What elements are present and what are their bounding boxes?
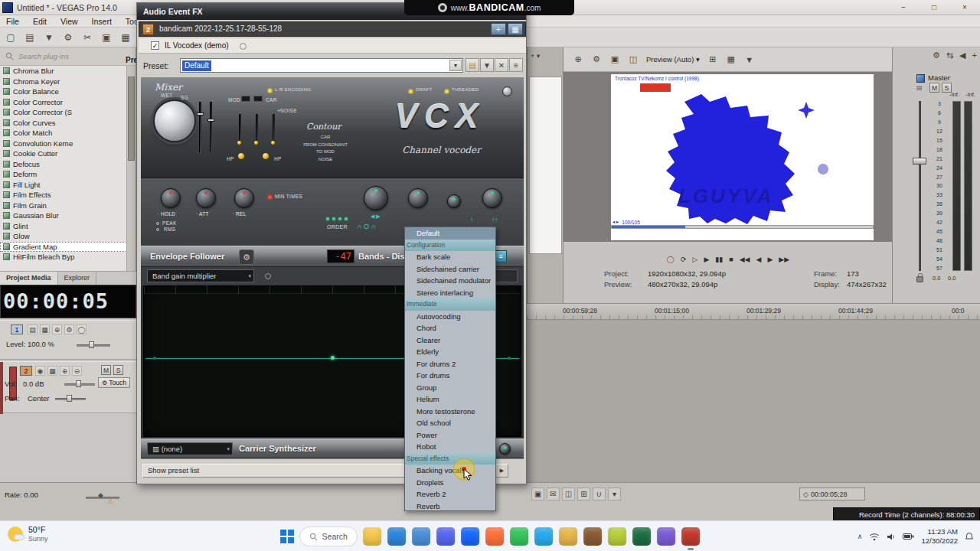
- add-bus-icon[interactable]: +: [972, 51, 977, 60]
- plugin-list-item[interactable]: Chroma Keyer: [0, 77, 127, 87]
- wifi-icon[interactable]: [869, 533, 880, 541]
- contour-option[interactable]: CAR: [292, 134, 358, 142]
- close-button[interactable]: ×: [949, 0, 980, 15]
- discord-icon[interactable]: [436, 527, 455, 546]
- level-slider-handle[interactable]: [89, 341, 94, 348]
- mute-icon[interactable]: ◯: [77, 324, 87, 334]
- band-shape-icons[interactable]: ∩ O ∩: [357, 223, 376, 230]
- hold-knob[interactable]: [161, 188, 181, 208]
- minus-circle-icon[interactable]: [265, 273, 271, 279]
- header-round-button[interactable]: [502, 86, 512, 96]
- freq-range-knob[interactable]: [482, 188, 502, 208]
- go-to-end-button[interactable]: ▶▶: [779, 256, 789, 263]
- draft-led[interactable]: [409, 90, 413, 93]
- chrome-icon[interactable]: [412, 527, 430, 546]
- play-from-start-button[interactable]: ▷: [692, 256, 697, 263]
- preset-menu-item[interactable]: Robot: [405, 441, 495, 453]
- envelope-gear-button[interactable]: ⚙: [239, 249, 254, 265]
- timeline-area[interactable]: [527, 320, 980, 482]
- clock-widget[interactable]: 11:23 AM 12/30/2022: [921, 527, 958, 546]
- sg-slider[interactable]: [210, 102, 212, 152]
- preset-menu-item[interactable]: Backing vocals: [405, 465, 495, 477]
- plugin-enable-checkbox[interactable]: ✓: [151, 41, 159, 50]
- preset-menu-item[interactable]: Sidechained carrier: [405, 263, 495, 276]
- timeline-ruler[interactable]: 00:00:59;28 00:01:15;00 00:01:29;29 00:0…: [527, 303, 980, 320]
- bandwidth-knob[interactable]: [447, 194, 461, 208]
- organize-presets-icon[interactable]: ≡: [509, 58, 523, 72]
- firefox-icon[interactable]: [485, 527, 504, 546]
- whatsapp-icon[interactable]: [510, 527, 528, 546]
- hp-knob-left[interactable]: [237, 152, 245, 160]
- shift-up-icon[interactable]: ↑: [470, 217, 473, 223]
- master-mute-button[interactable]: M: [929, 83, 939, 93]
- external-monitor-icon[interactable]: ▣: [608, 53, 622, 67]
- threaded-led[interactable]: [445, 90, 449, 93]
- preset-menu-item[interactable]: For drums 2: [405, 358, 495, 370]
- shift-up2-icon[interactable]: ↑↑: [492, 217, 498, 223]
- marker-dropdown-icon[interactable]: ▾: [608, 487, 621, 500]
- preset-menu-item[interactable]: Default: [405, 227, 495, 240]
- video-track-header[interactable]: 1 ▤▦⊕⚙◯ Level: 100.0 %: [0, 320, 136, 360]
- plugin-chain-icon[interactable]: ▦: [508, 23, 523, 35]
- file-explorer-icon[interactable]: [363, 527, 381, 546]
- preset-menu-item[interactable]: Old school: [405, 417, 495, 429]
- order-knob[interactable]: [364, 186, 388, 210]
- maximize-button[interactable]: □: [919, 0, 949, 15]
- store-icon[interactable]: [461, 527, 479, 546]
- preset-menu-item[interactable]: Immediate: [405, 298, 495, 311]
- bandicam-icon[interactable]: [681, 527, 700, 546]
- plugin-list-scrollbar[interactable]: [126, 66, 136, 271]
- selection-timecode-box[interactable]: ◇ 00:00:05;28: [799, 487, 865, 500]
- contour-handle-2[interactable]: [253, 140, 259, 145]
- curve-point[interactable]: [508, 357, 511, 360]
- curve-point[interactable]: [153, 357, 156, 360]
- plugin-list-item[interactable]: Gradient Map: [0, 242, 127, 253]
- bands-menu-button[interactable]: ≡: [495, 250, 507, 262]
- dock-tab[interactable]: Project Media: [0, 272, 58, 285]
- volume-slider-handle[interactable]: [76, 380, 81, 387]
- pan-slider-handle[interactable]: [67, 395, 72, 402]
- menu-item[interactable]: Edit: [33, 17, 47, 26]
- plugin-list-item[interactable]: Glow: [0, 231, 127, 242]
- band-gain-dropdown[interactable]: Band gain multiplier: [147, 269, 254, 282]
- copy-icon[interactable]: ▣: [99, 30, 114, 45]
- tray-chevron-icon[interactable]: ∧: [858, 533, 863, 540]
- wet-slider-handle[interactable]: [197, 112, 204, 116]
- plugin-title[interactable]: IL Vocodex (demo): [165, 41, 229, 50]
- plugin-search-input[interactable]: Search plug-ins: [18, 52, 69, 60]
- sg-slider-handle[interactable]: [207, 119, 214, 122]
- rate-slider-handle[interactable]: ◆: [98, 491, 103, 499]
- preset-menu-item[interactable]: Configuration: [405, 240, 495, 252]
- car-switch[interactable]: [253, 96, 263, 102]
- preset-menu-item[interactable]: For drums: [405, 370, 495, 382]
- plugin-list-item[interactable]: Defocus: [0, 159, 127, 170]
- plugin-list-item[interactable]: Glint: [0, 221, 127, 232]
- lr-encoding-led[interactable]: [268, 89, 272, 93]
- preview-quality-dropdown[interactable]: Preview (Auto) ▾: [646, 55, 700, 64]
- preset-menu-item[interactable]: Reverb: [405, 500, 495, 513]
- play-button[interactable]: ▶: [704, 256, 709, 263]
- min-times-led[interactable]: [268, 195, 272, 199]
- copy-frame-icon[interactable]: ▦: [724, 53, 738, 67]
- plugin-list-item[interactable]: Color Corrector (S: [0, 107, 127, 118]
- speaker-icon[interactable]: ◀: [959, 51, 965, 60]
- plugin-list-item[interactable]: Chroma Blur: [0, 66, 127, 77]
- preset-menu-item[interactable]: More testosterone: [405, 406, 495, 418]
- master-fader[interactable]: [913, 101, 926, 271]
- normal-edit-tool-icon[interactable]: ▣: [531, 487, 544, 500]
- track-gear-icon[interactable]: ⚙: [64, 324, 74, 334]
- start-button[interactable]: [280, 530, 294, 543]
- preset-menu-item[interactable]: Clearer: [405, 334, 495, 347]
- settings-gear-icon[interactable]: ⚙: [590, 53, 603, 67]
- hp-knob-right[interactable]: [262, 152, 270, 160]
- plugin-list-item[interactable]: Gaussian Blur: [0, 210, 127, 221]
- excel-icon[interactable]: [632, 527, 651, 546]
- preset-menu-item[interactable]: Droplets: [405, 477, 495, 489]
- mod-switch[interactable]: [241, 96, 250, 102]
- rms-radio[interactable]: [156, 228, 159, 231]
- scrollbar-thumb[interactable]: [128, 77, 135, 161]
- grid-overlay-icon[interactable]: ⊞: [706, 53, 720, 67]
- peak-radio[interactable]: [156, 222, 159, 225]
- record-button[interactable]: ◯: [667, 256, 675, 263]
- att-knob[interactable]: [196, 188, 216, 208]
